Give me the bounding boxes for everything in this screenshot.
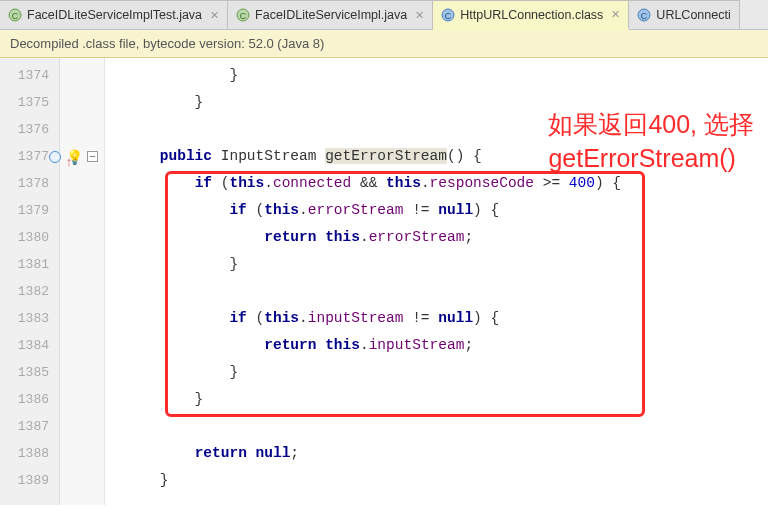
code-area[interactable]: } } public InputStream getErrorStream() … bbox=[105, 58, 768, 505]
tab-file-4[interactable]: C URLConnecti bbox=[629, 0, 739, 29]
code-line: } bbox=[105, 386, 768, 413]
code-line: } bbox=[105, 62, 768, 89]
line-number: 1382 bbox=[0, 278, 59, 305]
line-number: 1386 bbox=[0, 386, 59, 413]
tab-label: FaceIDLiteServiceImpl.java bbox=[255, 8, 407, 22]
line-number: 1385 bbox=[0, 359, 59, 386]
decompiled-banner: Decompiled .class file, bytecode version… bbox=[0, 30, 768, 58]
svg-text:C: C bbox=[240, 11, 247, 21]
line-number: 1388 bbox=[0, 440, 59, 467]
code-line: if (this.connected && this.responseCode … bbox=[105, 170, 768, 197]
up-arrow-icon: ↑ bbox=[65, 149, 73, 176]
svg-text:C: C bbox=[12, 11, 19, 21]
line-number: 1389 bbox=[0, 467, 59, 494]
svg-text:C: C bbox=[445, 10, 452, 20]
code-line: return this.errorStream; bbox=[105, 224, 768, 251]
line-number: 1374 bbox=[0, 62, 59, 89]
close-icon[interactable]: ✕ bbox=[608, 8, 620, 21]
code-line: public InputStream getErrorStream() { bbox=[105, 143, 768, 170]
editor-tab-bar: C FaceIDLiteServiceImplTest.java ✕ C Fac… bbox=[0, 0, 768, 30]
line-number: 1384 bbox=[0, 332, 59, 359]
code-line: return null; bbox=[105, 440, 768, 467]
line-number: 1378 bbox=[0, 170, 59, 197]
tab-label: FaceIDLiteServiceImplTest.java bbox=[27, 8, 202, 22]
code-line bbox=[105, 116, 768, 143]
line-number: 1377↑ bbox=[0, 143, 59, 170]
override-gutter-icon[interactable] bbox=[49, 151, 61, 163]
java-class-icon: C bbox=[637, 8, 651, 22]
banner-text: Decompiled .class file, bytecode version… bbox=[10, 36, 324, 51]
code-line: return this.inputStream; bbox=[105, 332, 768, 359]
code-line: } bbox=[105, 89, 768, 116]
line-number: 1376 bbox=[0, 116, 59, 143]
tab-label: HttpURLConnection.class bbox=[460, 8, 603, 22]
java-class-icon: C bbox=[441, 8, 455, 22]
line-number: 1375 bbox=[0, 89, 59, 116]
tab-file-1[interactable]: C FaceIDLiteServiceImplTest.java ✕ bbox=[0, 0, 228, 29]
highlighted-method: getErrorStream bbox=[325, 148, 447, 164]
close-icon[interactable]: ✕ bbox=[207, 9, 219, 22]
code-line: } bbox=[105, 251, 768, 278]
line-number: 1387 bbox=[0, 413, 59, 440]
code-line bbox=[105, 278, 768, 305]
editor: 1374 1375 1376 1377↑ 1378 1379 1380 1381… bbox=[0, 58, 768, 505]
java-class-icon: C bbox=[8, 8, 22, 22]
svg-text:C: C bbox=[641, 11, 648, 21]
line-number-gutter: 1374 1375 1376 1377↑ 1378 1379 1380 1381… bbox=[0, 58, 60, 505]
line-number: 1383 bbox=[0, 305, 59, 332]
line-number: 1381 bbox=[0, 251, 59, 278]
icon-gutter: 💡− bbox=[60, 58, 105, 505]
code-line: if (this.inputStream != null) { bbox=[105, 305, 768, 332]
tab-file-3-active[interactable]: C HttpURLConnection.class ✕ bbox=[433, 0, 629, 30]
tab-file-2[interactable]: C FaceIDLiteServiceImpl.java ✕ bbox=[228, 0, 433, 29]
java-class-icon: C bbox=[236, 8, 250, 22]
line-number: 1379 bbox=[0, 197, 59, 224]
line-number: 1380 bbox=[0, 224, 59, 251]
fold-toggle-icon[interactable]: − bbox=[87, 151, 98, 162]
close-icon[interactable]: ✕ bbox=[412, 9, 424, 22]
code-line: } bbox=[105, 359, 768, 386]
code-line: } bbox=[105, 467, 768, 494]
code-line: if (this.errorStream != null) { bbox=[105, 197, 768, 224]
tab-label: URLConnecti bbox=[656, 8, 730, 22]
code-line bbox=[105, 413, 768, 440]
